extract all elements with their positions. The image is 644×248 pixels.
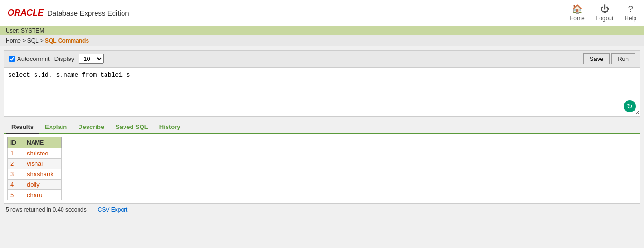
- tab-results[interactable]: Results: [6, 120, 39, 134]
- autocommit-text: Autocommit: [17, 55, 50, 62]
- display-select[interactable]: 10 25 50 100: [79, 54, 104, 64]
- table-row: 1shristee: [8, 148, 62, 159]
- toolbar-left: Autocommit Display 10 25 50 100: [9, 54, 104, 64]
- save-button[interactable]: Save: [583, 53, 610, 64]
- table-row: 5charu: [8, 190, 62, 200]
- sql-editor[interactable]: [4, 68, 640, 115]
- home-icon: 🏠: [572, 4, 582, 14]
- breadcrumb: Home > SQL > SQL Commands: [0, 35, 644, 46]
- cell-id: 3: [8, 169, 24, 180]
- logout-nav-label: Logout: [596, 15, 614, 22]
- app-title: Database Express Edition: [47, 9, 129, 17]
- toolbar: Autocommit Display 10 25 50 100 Save Run: [4, 50, 640, 68]
- run-button[interactable]: Run: [611, 53, 635, 64]
- tab-history[interactable]: History: [154, 120, 186, 133]
- autocommit-checkbox[interactable]: [9, 56, 15, 62]
- user-bar: User: SYSTEM: [0, 26, 644, 35]
- results-footer: 5 rows returned in 0.40 seconds CSV Expo…: [4, 204, 640, 216]
- display-label: Display: [54, 55, 75, 62]
- col-name: NAME: [24, 137, 62, 148]
- help-nav-label: Help: [625, 15, 636, 22]
- cell-id: 1: [8, 148, 24, 159]
- home-nav-item[interactable]: 🏠 Home: [570, 4, 585, 22]
- cell-id: 5: [8, 190, 24, 200]
- header-logo: ORACLE Database Express Edition: [8, 8, 129, 18]
- breadcrumb-home[interactable]: Home: [6, 37, 21, 44]
- refresh-icon[interactable]: ↻: [624, 100, 636, 112]
- cell-name: charu: [24, 190, 62, 200]
- help-nav-item[interactable]: ? Help: [625, 4, 636, 22]
- oracle-logo: ORACLE: [8, 8, 44, 18]
- results-tbody: 1shristee2vishal3shashank4dolly5charu: [8, 148, 62, 200]
- table-row: 4dolly: [8, 180, 62, 190]
- breadcrumb-sep2: >: [40, 37, 45, 44]
- logout-icon: ⏻: [600, 4, 609, 14]
- csv-export-link[interactable]: CSV Export: [98, 206, 128, 213]
- results-table: ID NAME 1shristee2vishal3shashank4dolly5…: [7, 137, 62, 200]
- tab-describe[interactable]: Describe: [72, 120, 110, 133]
- breadcrumb-sql[interactable]: SQL: [27, 37, 39, 44]
- header: ORACLE Database Express Edition 🏠 Home ⏻…: [0, 0, 644, 26]
- breadcrumb-sep1: >: [22, 37, 27, 44]
- tab-explain[interactable]: Explain: [39, 120, 72, 133]
- cell-name: shristee: [24, 148, 62, 159]
- help-icon: ?: [628, 4, 633, 14]
- main-content: Autocommit Display 10 25 50 100 Save Run…: [0, 46, 644, 220]
- results-area: ID NAME 1shristee2vishal3shashank4dolly5…: [4, 134, 640, 204]
- cell-id: 4: [8, 180, 24, 190]
- header-nav: 🏠 Home ⏻ Logout ? Help: [570, 4, 636, 22]
- home-nav-label: Home: [570, 15, 585, 22]
- table-row: 2vishal: [8, 159, 62, 169]
- breadcrumb-current: SQL Commands: [45, 37, 89, 44]
- autocommit-label[interactable]: Autocommit: [9, 55, 50, 62]
- sql-editor-container: ↻: [4, 68, 640, 117]
- logout-nav-item[interactable]: ⏻ Logout: [596, 4, 614, 22]
- tab-saved-sql[interactable]: Saved SQL: [110, 120, 154, 133]
- cell-id: 2: [8, 159, 24, 169]
- cell-name: vishal: [24, 159, 62, 169]
- toolbar-right: Save Run: [583, 53, 635, 64]
- cell-name: dolly: [24, 180, 62, 190]
- results-count-text: 5 rows returned in 0.40 seconds: [6, 206, 87, 213]
- table-row: 3shashank: [8, 169, 62, 180]
- result-tabs: Results Explain Describe Saved SQL Histo…: [4, 120, 640, 134]
- cell-name: shashank: [24, 169, 62, 180]
- user-bar-text: User: SYSTEM: [6, 27, 44, 34]
- col-id: ID: [8, 137, 24, 148]
